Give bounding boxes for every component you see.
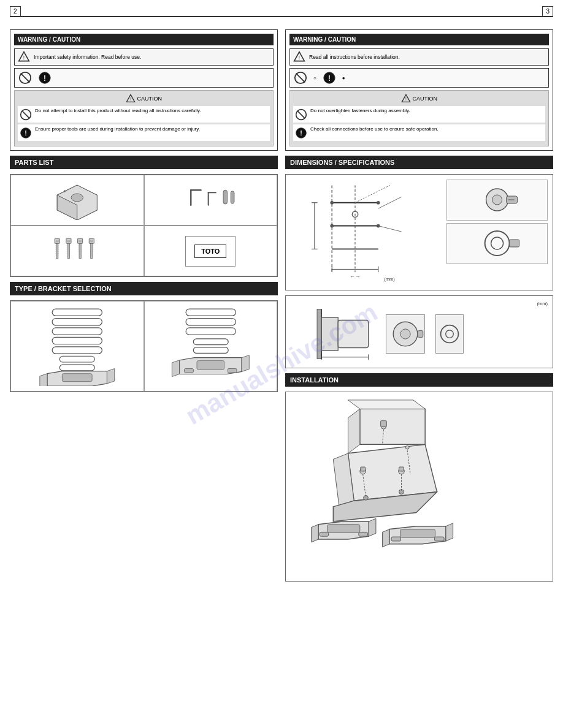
base-unit-drawing [16, 180, 139, 220]
caution-row-left: ! Important safety information. Read bef… [14, 48, 274, 66]
caution-text-left: Important safety information. Read befor… [34, 54, 270, 60]
part-cell-label: TOTO [144, 226, 278, 276]
install-svg [291, 397, 548, 575]
icons-row-left: ! [14, 68, 274, 88]
exclaim-icon-left: ! [20, 127, 32, 139]
caution-block-header-right: ! CAUTION [293, 94, 545, 104]
left-column: WARNING / CAUTION ! Important safety inf… [10, 29, 278, 728]
parts-header: PARTS LIST [10, 156, 278, 169]
svg-point-112 [484, 231, 509, 256]
warning-section-right: WARNING / CAUTION ! Read all instruction… [285, 29, 553, 151]
rough-in-svg [291, 306, 548, 362]
spec-diagram: ←→ (mm [291, 180, 548, 285]
svg-rect-115 [317, 309, 321, 359]
svg-line-104 [378, 197, 402, 208]
svg-point-109 [492, 195, 502, 205]
svg-rect-159 [381, 421, 387, 427]
svg-rect-73 [184, 369, 193, 373]
caution-block-header-left: ! CAUTION [18, 94, 270, 104]
svg-rect-64 [186, 309, 236, 316]
spec-section: ←→ (mm [285, 174, 553, 290]
part-cell-base [10, 175, 144, 226]
caution-text-right: Read all instructions before installatio… [309, 54, 545, 60]
svg-line-78 [296, 74, 305, 83]
svg-point-101 [330, 224, 334, 228]
svg-point-99 [330, 201, 334, 205]
svg-rect-154 [400, 529, 435, 538]
install-section [285, 392, 553, 582]
svg-marker-131 [348, 400, 426, 409]
svg-rect-59 [59, 365, 94, 371]
icons-row-right: ○ ! ● [289, 68, 549, 88]
type-grid [10, 300, 278, 392]
caution-row-exclaim-right: ! Check all connections before use to en… [293, 124, 545, 141]
page-number-right: 3 [542, 6, 553, 17]
svg-text:!: ! [405, 97, 407, 101]
right-column: WARNING / CAUTION ! Read all instruction… [285, 29, 553, 728]
svg-rect-66 [186, 328, 236, 335]
circle-slash-icon-right [294, 71, 307, 85]
part-cell-screws [10, 226, 144, 276]
svg-text:(mm): (mm) [384, 276, 395, 282]
screws-drawing [16, 231, 139, 271]
no-icon-right [295, 108, 307, 121]
svg-rect-150 [359, 532, 368, 536]
triangle-icon-left: ! [18, 51, 30, 63]
type-b-diagram [150, 306, 272, 386]
svg-rect-126 [436, 315, 464, 354]
part-cell-tools [144, 175, 278, 226]
caution-triangle-left: ! [126, 94, 136, 104]
svg-line-3 [21, 74, 30, 83]
svg-marker-130 [348, 409, 360, 453]
svg-rect-117 [321, 317, 338, 351]
svg-rect-25 [56, 243, 58, 258]
svg-point-124 [400, 329, 410, 339]
caution-row-exclaim-left: ! Ensure proper tools are used during in… [18, 124, 270, 141]
svg-text:!: ! [44, 74, 46, 83]
svg-rect-65 [186, 319, 236, 325]
caution-triangle-right: ! [401, 94, 411, 104]
tools-drawing [150, 180, 272, 220]
svg-rect-125 [418, 331, 423, 338]
rough-in-section: (mm) [285, 295, 553, 368]
svg-rect-118 [338, 320, 369, 348]
type-header: TYPE / BRACKET SELECTION [10, 282, 278, 295]
svg-marker-153 [446, 523, 453, 541]
svg-line-9 [22, 111, 29, 118]
caution-row-no-right: Do not overtighten fasteners during asse… [293, 106, 545, 123]
exclaim-icon-right: ! [295, 127, 307, 139]
caution-no-text-right: Do not overtighten fasteners during asse… [310, 108, 410, 114]
svg-rect-54 [52, 319, 102, 325]
caution-block-right: ! CAUTION Do not overtighten fasteners d… [289, 90, 549, 146]
type-a-diagram [16, 306, 139, 386]
svg-text:!: ! [300, 129, 302, 137]
svg-text:!: ! [130, 97, 131, 101]
svg-point-15 [71, 194, 83, 202]
parts-grid: TOTO [10, 174, 278, 277]
detail-svg-1 [450, 183, 545, 216]
svg-rect-139 [361, 467, 366, 471]
svg-text:!: ! [328, 74, 331, 83]
exclamation-icon-right: ! [323, 71, 336, 85]
svg-line-106 [355, 185, 390, 202]
dimension-svg: ←→ (mm [291, 180, 443, 284]
toto-brand-label: TOTO [194, 245, 226, 258]
warning-header-left: WARNING / CAUTION [14, 34, 274, 45]
type-b-cell [144, 301, 278, 392]
spec-main-drawing: ←→ (mm [291, 180, 443, 285]
svg-rect-53 [52, 309, 102, 316]
svg-rect-142 [399, 467, 404, 471]
spec-header: DIMENSIONS / SPECIFICATIONS [285, 156, 553, 169]
caution-row-no-left: Do not attempt to install this product w… [18, 106, 270, 123]
no-icon-left [20, 108, 32, 121]
top-divider [10, 16, 553, 17]
caution-block-left: ! CAUTION Do not attempt to install this… [14, 90, 274, 146]
svg-marker-71 [242, 355, 249, 372]
svg-rect-149 [320, 532, 329, 536]
spec-detail-2 [446, 223, 548, 264]
svg-marker-62 [107, 369, 115, 384]
svg-text:!: ! [299, 55, 300, 61]
svg-rect-58 [59, 356, 94, 362]
svg-line-105 [378, 226, 402, 232]
svg-rect-74 [228, 369, 237, 373]
